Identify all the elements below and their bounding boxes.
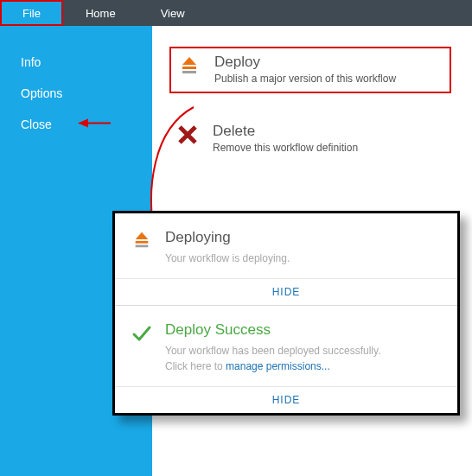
action-deploy[interactable]: Deploy Publish a major version of this w… bbox=[169, 47, 451, 93]
success-check-icon bbox=[131, 321, 153, 374]
svg-rect-3 bbox=[182, 67, 196, 69]
action-delete-subtitle: Remove this workflow definition bbox=[213, 142, 358, 154]
tab-file[interactable]: File bbox=[0, 0, 63, 26]
action-deploy-subtitle: Publish a major version of this workflow bbox=[214, 73, 396, 85]
svg-rect-8 bbox=[136, 245, 149, 248]
action-delete[interactable]: Delete Remove this workflow definition bbox=[169, 117, 451, 161]
action-deploy-title: Deploy bbox=[214, 54, 396, 71]
success-hide-button[interactable]: HIDE bbox=[115, 386, 457, 413]
tab-bar: File Home View bbox=[0, 0, 472, 26]
deploy-status-dialog: Deploying Your workflow is deploying. HI… bbox=[112, 211, 460, 416]
svg-marker-1 bbox=[78, 119, 88, 128]
success-desc: Your workflow has been deployed successf… bbox=[165, 344, 390, 374]
success-title: Deploy Success bbox=[165, 321, 390, 339]
deploying-desc: Your workflow is deploying. bbox=[165, 251, 290, 266]
sidebar-item-close[interactable]: Close bbox=[0, 109, 152, 140]
svg-rect-4 bbox=[182, 71, 196, 73]
tab-home[interactable]: Home bbox=[63, 0, 138, 26]
sidebar-item-label: Close bbox=[21, 117, 52, 131]
deploy-upload-icon bbox=[176, 54, 202, 85]
manage-permissions-link[interactable]: manage permissions... bbox=[226, 360, 330, 372]
svg-marker-2 bbox=[182, 57, 196, 65]
sidebar-item-options[interactable]: Options bbox=[0, 78, 152, 109]
annotation-arrow-icon bbox=[78, 117, 111, 132]
svg-marker-6 bbox=[136, 232, 149, 239]
tab-view[interactable]: View bbox=[138, 0, 207, 26]
deploying-hide-button[interactable]: HIDE bbox=[115, 278, 457, 305]
deploying-title: Deploying bbox=[165, 229, 290, 246]
sidebar-item-info[interactable]: Info bbox=[0, 47, 152, 78]
delete-x-icon bbox=[175, 123, 201, 154]
action-delete-title: Delete bbox=[213, 123, 358, 140]
deploy-upload-icon bbox=[131, 229, 153, 266]
svg-rect-7 bbox=[136, 241, 149, 244]
